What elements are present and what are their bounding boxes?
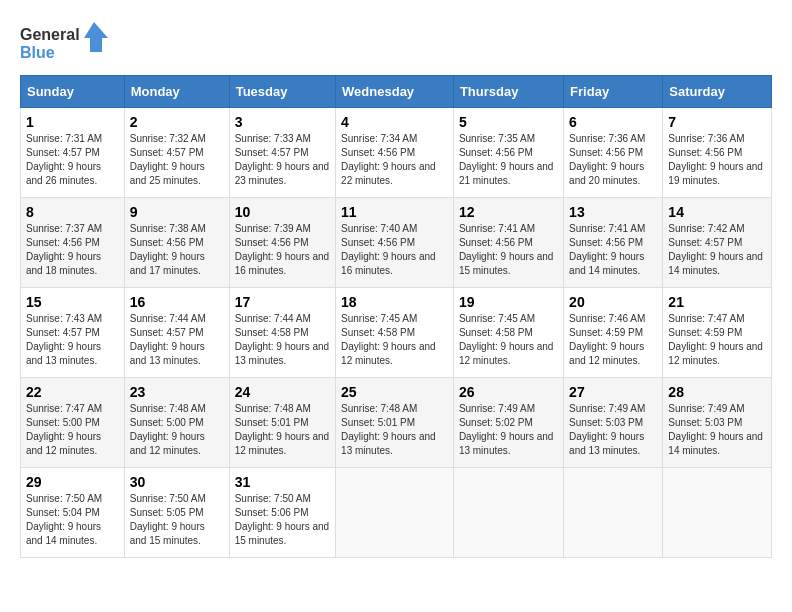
day-info: Sunrise: 7:43 AMSunset: 4:57 PMDaylight:… — [26, 312, 119, 368]
day-info: Sunrise: 7:48 AMSunset: 5:01 PMDaylight:… — [235, 402, 330, 458]
day-number: 11 — [341, 204, 448, 220]
day-info: Sunrise: 7:49 AMSunset: 5:02 PMDaylight:… — [459, 402, 558, 458]
weekday-header: Tuesday — [229, 76, 335, 108]
calendar-day-cell: 19 Sunrise: 7:45 AMSunset: 4:58 PMDaylig… — [453, 288, 563, 378]
calendar-day-cell: 1 Sunrise: 7:31 AMSunset: 4:57 PMDayligh… — [21, 108, 125, 198]
calendar-week-row: 15 Sunrise: 7:43 AMSunset: 4:57 PMDaylig… — [21, 288, 772, 378]
calendar-day-cell: 23 Sunrise: 7:48 AMSunset: 5:00 PMDaylig… — [124, 378, 229, 468]
calendar-day-cell: 5 Sunrise: 7:35 AMSunset: 4:56 PMDayligh… — [453, 108, 563, 198]
day-info: Sunrise: 7:48 AMSunset: 5:00 PMDaylight:… — [130, 402, 224, 458]
calendar-day-cell: 28 Sunrise: 7:49 AMSunset: 5:03 PMDaylig… — [663, 378, 772, 468]
day-number: 6 — [569, 114, 657, 130]
calendar-day-cell: 14 Sunrise: 7:42 AMSunset: 4:57 PMDaylig… — [663, 198, 772, 288]
calendar-day-cell: 27 Sunrise: 7:49 AMSunset: 5:03 PMDaylig… — [564, 378, 663, 468]
weekday-header: Wednesday — [336, 76, 454, 108]
page-header: General Blue — [20, 20, 772, 65]
calendar-day-cell: 9 Sunrise: 7:38 AMSunset: 4:56 PMDayligh… — [124, 198, 229, 288]
logo: General Blue — [20, 20, 110, 65]
day-number: 20 — [569, 294, 657, 310]
day-number: 8 — [26, 204, 119, 220]
day-number: 14 — [668, 204, 766, 220]
calendar-day-cell: 21 Sunrise: 7:47 AMSunset: 4:59 PMDaylig… — [663, 288, 772, 378]
day-number: 12 — [459, 204, 558, 220]
calendar-day-cell: 17 Sunrise: 7:44 AMSunset: 4:58 PMDaylig… — [229, 288, 335, 378]
day-info: Sunrise: 7:40 AMSunset: 4:56 PMDaylight:… — [341, 222, 448, 278]
day-info: Sunrise: 7:45 AMSunset: 4:58 PMDaylight:… — [459, 312, 558, 368]
day-number: 31 — [235, 474, 330, 490]
calendar-day-cell: 29 Sunrise: 7:50 AMSunset: 5:04 PMDaylig… — [21, 468, 125, 558]
calendar-day-cell: 2 Sunrise: 7:32 AMSunset: 4:57 PMDayligh… — [124, 108, 229, 198]
calendar-day-cell: 20 Sunrise: 7:46 AMSunset: 4:59 PMDaylig… — [564, 288, 663, 378]
day-info: Sunrise: 7:36 AMSunset: 4:56 PMDaylight:… — [668, 132, 766, 188]
day-number: 10 — [235, 204, 330, 220]
calendar-day-cell: 6 Sunrise: 7:36 AMSunset: 4:56 PMDayligh… — [564, 108, 663, 198]
calendar-day-cell — [564, 468, 663, 558]
day-number: 17 — [235, 294, 330, 310]
day-info: Sunrise: 7:49 AMSunset: 5:03 PMDaylight:… — [668, 402, 766, 458]
day-info: Sunrise: 7:39 AMSunset: 4:56 PMDaylight:… — [235, 222, 330, 278]
calendar-day-cell: 11 Sunrise: 7:40 AMSunset: 4:56 PMDaylig… — [336, 198, 454, 288]
day-info: Sunrise: 7:38 AMSunset: 4:56 PMDaylight:… — [130, 222, 224, 278]
calendar-day-cell: 10 Sunrise: 7:39 AMSunset: 4:56 PMDaylig… — [229, 198, 335, 288]
day-number: 13 — [569, 204, 657, 220]
day-info: Sunrise: 7:36 AMSunset: 4:56 PMDaylight:… — [569, 132, 657, 188]
day-number: 19 — [459, 294, 558, 310]
calendar-day-cell: 12 Sunrise: 7:41 AMSunset: 4:56 PMDaylig… — [453, 198, 563, 288]
day-number: 4 — [341, 114, 448, 130]
day-info: Sunrise: 7:41 AMSunset: 4:56 PMDaylight:… — [459, 222, 558, 278]
calendar-day-cell — [453, 468, 563, 558]
day-number: 16 — [130, 294, 224, 310]
svg-text:Blue: Blue — [20, 44, 55, 61]
calendar-day-cell: 22 Sunrise: 7:47 AMSunset: 5:00 PMDaylig… — [21, 378, 125, 468]
day-info: Sunrise: 7:35 AMSunset: 4:56 PMDaylight:… — [459, 132, 558, 188]
day-info: Sunrise: 7:31 AMSunset: 4:57 PMDaylight:… — [26, 132, 119, 188]
day-number: 29 — [26, 474, 119, 490]
calendar-day-cell: 3 Sunrise: 7:33 AMSunset: 4:57 PMDayligh… — [229, 108, 335, 198]
calendar-day-cell: 18 Sunrise: 7:45 AMSunset: 4:58 PMDaylig… — [336, 288, 454, 378]
day-info: Sunrise: 7:44 AMSunset: 4:58 PMDaylight:… — [235, 312, 330, 368]
day-number: 28 — [668, 384, 766, 400]
day-info: Sunrise: 7:44 AMSunset: 4:57 PMDaylight:… — [130, 312, 224, 368]
day-number: 21 — [668, 294, 766, 310]
calendar-day-cell: 31 Sunrise: 7:50 AMSunset: 5:06 PMDaylig… — [229, 468, 335, 558]
svg-marker-2 — [84, 22, 108, 52]
calendar-day-cell: 15 Sunrise: 7:43 AMSunset: 4:57 PMDaylig… — [21, 288, 125, 378]
day-info: Sunrise: 7:49 AMSunset: 5:03 PMDaylight:… — [569, 402, 657, 458]
day-info: Sunrise: 7:32 AMSunset: 4:57 PMDaylight:… — [130, 132, 224, 188]
day-number: 18 — [341, 294, 448, 310]
weekday-header: Saturday — [663, 76, 772, 108]
day-info: Sunrise: 7:50 AMSunset: 5:04 PMDaylight:… — [26, 492, 119, 548]
calendar-week-row: 8 Sunrise: 7:37 AMSunset: 4:56 PMDayligh… — [21, 198, 772, 288]
day-info: Sunrise: 7:47 AMSunset: 4:59 PMDaylight:… — [668, 312, 766, 368]
day-number: 1 — [26, 114, 119, 130]
calendar-day-cell: 24 Sunrise: 7:48 AMSunset: 5:01 PMDaylig… — [229, 378, 335, 468]
day-info: Sunrise: 7:34 AMSunset: 4:56 PMDaylight:… — [341, 132, 448, 188]
calendar-day-cell: 16 Sunrise: 7:44 AMSunset: 4:57 PMDaylig… — [124, 288, 229, 378]
calendar-day-cell: 7 Sunrise: 7:36 AMSunset: 4:56 PMDayligh… — [663, 108, 772, 198]
calendar-week-row: 29 Sunrise: 7:50 AMSunset: 5:04 PMDaylig… — [21, 468, 772, 558]
calendar-day-cell: 13 Sunrise: 7:41 AMSunset: 4:56 PMDaylig… — [564, 198, 663, 288]
day-info: Sunrise: 7:50 AMSunset: 5:06 PMDaylight:… — [235, 492, 330, 548]
calendar-week-row: 1 Sunrise: 7:31 AMSunset: 4:57 PMDayligh… — [21, 108, 772, 198]
day-number: 2 — [130, 114, 224, 130]
day-number: 25 — [341, 384, 448, 400]
calendar-day-cell: 30 Sunrise: 7:50 AMSunset: 5:05 PMDaylig… — [124, 468, 229, 558]
day-number: 26 — [459, 384, 558, 400]
day-info: Sunrise: 7:33 AMSunset: 4:57 PMDaylight:… — [235, 132, 330, 188]
logo-svg: General Blue — [20, 20, 110, 65]
weekday-header: Thursday — [453, 76, 563, 108]
calendar-table: SundayMondayTuesdayWednesdayThursdayFrid… — [20, 75, 772, 558]
day-number: 30 — [130, 474, 224, 490]
day-number: 22 — [26, 384, 119, 400]
day-number: 9 — [130, 204, 224, 220]
day-info: Sunrise: 7:47 AMSunset: 5:00 PMDaylight:… — [26, 402, 119, 458]
day-number: 23 — [130, 384, 224, 400]
day-number: 27 — [569, 384, 657, 400]
day-info: Sunrise: 7:50 AMSunset: 5:05 PMDaylight:… — [130, 492, 224, 548]
day-number: 15 — [26, 294, 119, 310]
calendar-day-cell — [336, 468, 454, 558]
day-info: Sunrise: 7:45 AMSunset: 4:58 PMDaylight:… — [341, 312, 448, 368]
calendar-header-row: SundayMondayTuesdayWednesdayThursdayFrid… — [21, 76, 772, 108]
day-number: 7 — [668, 114, 766, 130]
weekday-header: Friday — [564, 76, 663, 108]
